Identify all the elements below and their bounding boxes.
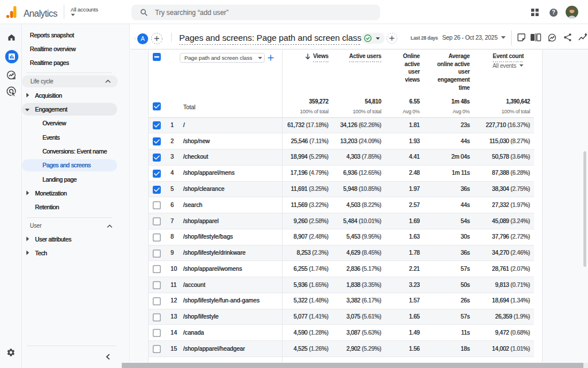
svg-text:A: A	[140, 35, 144, 42]
svg-text:?: ?	[552, 9, 555, 16]
